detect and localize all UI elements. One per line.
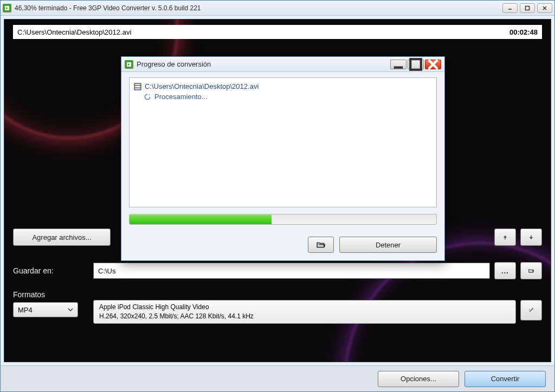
file-path: C:\Users\Ontecnia\Desktop\2012.avi xyxy=(17,28,509,36)
move-up-button[interactable] xyxy=(494,228,516,246)
stop-button[interactable]: Detener xyxy=(339,237,437,253)
footer: Opciones... Convertir xyxy=(1,365,554,391)
refresh-icon xyxy=(144,93,151,101)
formats-label: Formatos xyxy=(13,290,89,299)
preset-wizard-button[interactable] xyxy=(520,300,542,321)
list-item: C:\Users\Ontecnia\Desktop\2012.avi xyxy=(134,81,432,92)
save-path-value: C:\Us xyxy=(98,267,116,275)
formats-row: Formatos MP4 Apple iPod Classic High Qua… xyxy=(13,290,542,324)
svg-rect-11 xyxy=(134,83,141,90)
close-button[interactable] xyxy=(537,3,552,13)
format-preset-info[interactable]: Apple iPod Classic High Quality Video H.… xyxy=(93,300,516,324)
ellipsis-icon: ... xyxy=(501,267,509,275)
dialog-window-controls xyxy=(390,60,441,69)
save-label: Guardar en: xyxy=(13,266,89,275)
window-title: 46,30% terminado - Free 3GP Video Conver… xyxy=(15,4,502,12)
svg-rect-8 xyxy=(410,59,421,70)
progress-bar xyxy=(129,214,437,225)
folder-open-icon xyxy=(528,267,534,275)
progress-fill xyxy=(130,214,272,224)
app-icon xyxy=(3,4,11,12)
file-path-bar: C:\Users\Ontecnia\Desktop\2012.avi 00:02… xyxy=(13,25,542,39)
minimize-button[interactable] xyxy=(502,3,518,13)
file-duration: 00:02:48 xyxy=(509,28,538,36)
add-files-button[interactable]: Agregar archivos... xyxy=(13,228,111,246)
preset-name: Apple iPod Classic High Quality Video xyxy=(99,303,510,312)
app-icon xyxy=(125,60,133,69)
open-output-folder-button[interactable] xyxy=(308,237,334,253)
save-path-input[interactable]: C:\Us xyxy=(93,263,490,279)
options-button[interactable]: Opciones... xyxy=(378,371,459,387)
dialog-titlebar[interactable]: Progreso de conversión xyxy=(121,57,444,72)
dialog-title: Progreso de conversión xyxy=(137,60,390,68)
window-controls xyxy=(502,3,552,13)
svg-line-5 xyxy=(530,309,533,312)
format-select[interactable]: MP4 xyxy=(13,302,78,317)
video-file-icon xyxy=(134,83,141,90)
dialog-minimize-button[interactable] xyxy=(390,60,406,69)
folder-open-icon xyxy=(317,241,325,249)
open-folder-button[interactable] xyxy=(520,262,542,279)
dialog-close-button[interactable] xyxy=(425,60,441,69)
progress-dialog: Progreso de conversión C:\Users\Ontecnia… xyxy=(121,56,445,261)
arrow-down-icon xyxy=(528,233,534,241)
preset-detail: H.264, 320x240, 2.5 Mbit/s; AAC 128 Kbit… xyxy=(99,312,510,321)
progress-file: C:\Users\Ontecnia\Desktop\2012.avi xyxy=(145,82,259,90)
save-row: Guardar en: C:\Us ... xyxy=(13,262,542,279)
arrow-up-icon xyxy=(502,233,508,241)
browse-save-button[interactable]: ... xyxy=(494,262,516,279)
formats-column: Formatos MP4 xyxy=(13,290,89,317)
dialog-body: C:\Users\Ontecnia\Desktop\2012.avi Proce… xyxy=(121,72,444,230)
list-item: Procesamiento... xyxy=(134,92,432,102)
svg-rect-2 xyxy=(526,6,530,10)
progress-list: C:\Users\Ontecnia\Desktop\2012.avi Proce… xyxy=(129,77,437,207)
progress-status: Procesamiento... xyxy=(154,93,208,101)
main-titlebar[interactable]: 46,30% terminado - Free 3GP Video Conver… xyxy=(1,1,554,16)
dialog-maximize-button[interactable] xyxy=(408,60,424,69)
chevron-down-icon xyxy=(68,308,73,311)
dialog-footer: Detener xyxy=(121,230,444,260)
wand-icon xyxy=(528,306,534,315)
convert-button[interactable]: Convertir xyxy=(464,371,546,387)
move-down-button[interactable] xyxy=(520,228,542,246)
format-selected: MP4 xyxy=(18,306,33,314)
maximize-button[interactable] xyxy=(520,3,535,13)
